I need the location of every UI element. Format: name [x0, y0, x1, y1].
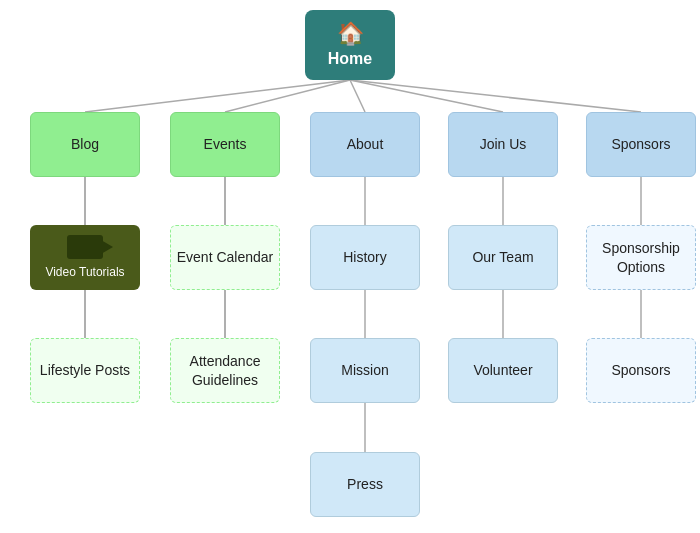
blog-node[interactable]: Blog [30, 112, 140, 177]
home-label: Home [328, 49, 372, 70]
joinus-node[interactable]: Join Us [448, 112, 558, 177]
volunteer-label: Volunteer [473, 361, 532, 379]
svg-line-0 [85, 80, 350, 112]
svg-line-3 [350, 80, 503, 112]
site-map: 🏠 Home Blog Events About Join Us Sponsor… [0, 0, 700, 533]
video-tutorials-label: Video Tutorials [45, 265, 124, 281]
attendance-guidelines-node[interactable]: Attendance Guidelines [170, 338, 280, 403]
svg-line-2 [350, 80, 365, 112]
sponsors-label: Sponsors [611, 135, 670, 153]
press-label: Press [347, 475, 383, 493]
our-team-label: Our Team [472, 248, 533, 266]
events-node[interactable]: Events [170, 112, 280, 177]
sponsorship-options-label: Sponsorship Options [587, 239, 695, 275]
event-calendar-label: Event Calendar [177, 248, 274, 266]
svg-line-1 [225, 80, 350, 112]
mission-label: Mission [341, 361, 388, 379]
mission-node[interactable]: Mission [310, 338, 420, 403]
home-icon: 🏠 [337, 20, 364, 49]
home-node[interactable]: 🏠 Home [305, 10, 395, 80]
about-node[interactable]: About [310, 112, 420, 177]
sponsors-sub-node[interactable]: Sponsors [586, 338, 696, 403]
volunteer-node[interactable]: Volunteer [448, 338, 558, 403]
our-team-node[interactable]: Our Team [448, 225, 558, 290]
video-tutorials-node[interactable]: Video Tutorials [30, 225, 140, 290]
press-node[interactable]: Press [310, 452, 420, 517]
video-camera-icon [67, 235, 103, 259]
blog-label: Blog [71, 135, 99, 153]
about-label: About [347, 135, 384, 153]
sponsors-sub-label: Sponsors [611, 361, 670, 379]
history-label: History [343, 248, 387, 266]
lifestyle-posts-node[interactable]: Lifestyle Posts [30, 338, 140, 403]
sponsors-node[interactable]: Sponsors [586, 112, 696, 177]
sponsorship-options-node[interactable]: Sponsorship Options [586, 225, 696, 290]
event-calendar-node[interactable]: Event Calendar [170, 225, 280, 290]
history-node[interactable]: History [310, 225, 420, 290]
lifestyle-posts-label: Lifestyle Posts [40, 361, 130, 379]
attendance-guidelines-label: Attendance Guidelines [171, 352, 279, 388]
joinus-label: Join Us [480, 135, 527, 153]
events-label: Events [204, 135, 247, 153]
svg-line-4 [350, 80, 641, 112]
